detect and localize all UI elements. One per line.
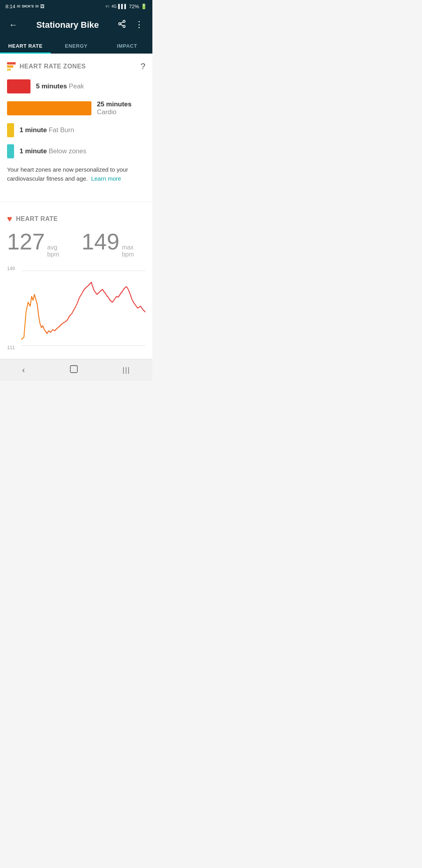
zone-fatburn-bar — [7, 123, 14, 137]
zone-below-bar — [7, 144, 14, 158]
heart-rate-chart: 149 111 — [7, 265, 145, 351]
max-bpm-stat: 149 max bpm — [82, 230, 145, 258]
battery-icon: 🔋 — [141, 4, 147, 9]
battery-percent: 72% — [129, 4, 139, 9]
email-icon: ✉ — [17, 4, 20, 9]
avg-bpm-stat: 127 avg bpm — [7, 230, 69, 258]
svg-rect-5 — [70, 366, 77, 373]
back-button[interactable]: ← — [6, 20, 20, 30]
heart-rate-line-chart — [21, 265, 145, 351]
zone-fatburn-bar-container: 1 minute Fat Burn — [7, 123, 74, 137]
wifi-icon: ▿↑ — [106, 4, 110, 9]
heart-rate-title: HEART RATE — [16, 215, 58, 222]
zones-icon — [7, 62, 16, 71]
status-right: ▿↑ 4G ▌▌▌ 72% 🔋 — [106, 4, 147, 9]
bpm-stats: 127 avg bpm 149 max bpm — [7, 230, 145, 258]
page-title: Stationary Bike — [20, 20, 115, 30]
info-text: Your heart zones are now personalized to… — [7, 165, 145, 183]
help-button[interactable]: ? — [141, 61, 145, 72]
zone-below-bar-container: 1 minute Below zones — [7, 144, 86, 158]
heart-rate-zones-section: HEART RATE ZONES ? 5 minutes Peak 25 min… — [0, 54, 152, 202]
tab-heart-rate[interactable]: HEART RATE — [0, 38, 51, 54]
zone-cardio-row: 25 minutes Cardio — [7, 100, 145, 116]
signal-icon: ▌▌▌ — [118, 4, 127, 9]
status-time: 8:14 — [5, 4, 15, 9]
tab-impact[interactable]: IMPACT — [102, 38, 152, 54]
svg-line-4 — [121, 22, 123, 23]
more-button[interactable]: ⋮ — [132, 20, 146, 30]
zone-peak-label: 5 minutes Peak — [36, 82, 84, 90]
nav-bar: ‹ ||| — [0, 359, 152, 381]
tabs-bar: HEART RATE ENERGY IMPACT — [0, 38, 152, 54]
section-divider — [0, 202, 152, 202]
header: ← Stationary Bike ⋮ — [0, 13, 152, 38]
zone-peak-bar-container: 5 minutes Peak — [7, 79, 84, 93]
zone-peak-bar — [7, 79, 30, 93]
max-bpm-label: max bpm — [122, 244, 145, 258]
chart-max-label: 149 — [7, 266, 15, 271]
max-bpm-number: 149 — [82, 230, 120, 253]
svg-point-0 — [123, 20, 125, 23]
zone-cardio-bar — [7, 101, 91, 115]
zone-below-label: 1 minute Below zones — [20, 147, 86, 155]
section-header: HEART RATE ZONES ? — [7, 61, 145, 72]
image-icon: 🖼 — [40, 4, 45, 9]
zone-peak-row: 5 minutes Peak — [7, 79, 145, 93]
zone-fatburn-row: 1 minute Fat Burn — [7, 123, 145, 137]
learn-more-link[interactable]: Learn more — [91, 175, 121, 182]
dicks-icon: DICK'S — [22, 4, 34, 8]
nav-recents-button[interactable]: ||| — [112, 363, 141, 377]
svg-line-3 — [121, 24, 123, 26]
heart-icon: ♥ — [7, 214, 12, 224]
chart-min-label: 111 — [7, 345, 15, 350]
section-header-left: HEART RATE ZONES — [7, 62, 86, 71]
zone-cardio-bar-container: 25 minutes Cardio — [7, 100, 145, 116]
zone-fatburn-label: 1 minute Fat Burn — [20, 126, 74, 134]
svg-point-2 — [123, 25, 125, 28]
heart-rate-header: ♥ HEART RATE — [7, 214, 145, 224]
svg-point-1 — [119, 23, 121, 25]
avg-bpm-number: 127 — [7, 230, 45, 253]
content-area: HEART RATE ZONES ? 5 minutes Peak 25 min… — [0, 54, 152, 359]
mail2-icon: ✉ — [35, 4, 39, 9]
zones-section-title: HEART RATE ZONES — [20, 63, 86, 70]
tab-energy[interactable]: ENERGY — [51, 38, 102, 54]
heart-rate-section: ♥ HEART RATE 127 avg bpm 149 max bpm 149… — [0, 210, 152, 359]
share-button[interactable] — [115, 20, 129, 30]
nav-back-button[interactable]: ‹ — [11, 362, 36, 378]
nav-home-button[interactable] — [58, 361, 89, 379]
avg-bpm-label: avg bpm — [47, 244, 69, 258]
zone-cardio-label: 25 minutes Cardio — [97, 100, 145, 116]
lte-icon: 4G — [111, 4, 116, 9]
zone-below-row: 1 minute Below zones — [7, 144, 145, 158]
status-left: 8:14 ✉ DICK'S ✉ 🖼 — [5, 4, 45, 9]
status-bar: 8:14 ✉ DICK'S ✉ 🖼 ▿↑ 4G ▌▌▌ 72% 🔋 — [0, 0, 152, 13]
